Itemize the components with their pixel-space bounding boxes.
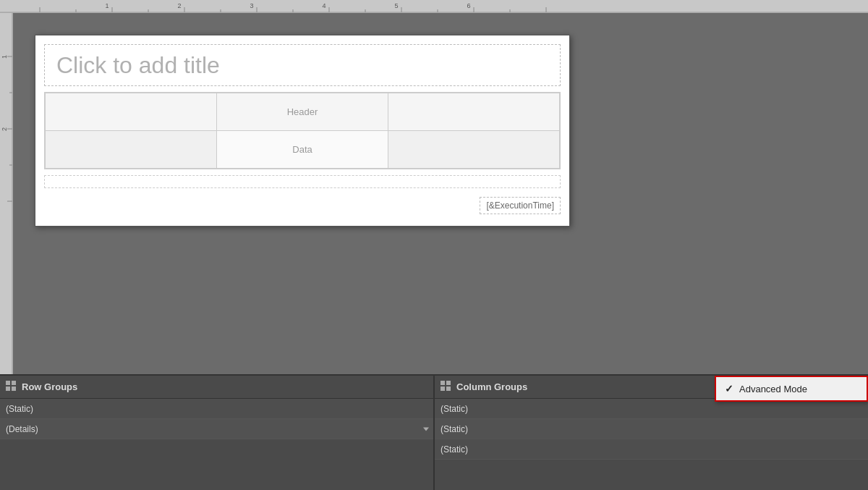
ruler-left: 1 2 (0, 13, 13, 374)
row-groups-section: Row Groups (Static) (Details) (0, 376, 435, 490)
row-groups-grid-icon (6, 381, 16, 393)
report-table: Header Data (45, 93, 560, 169)
body-placeholder (44, 175, 561, 188)
svg-rect-39 (446, 386, 451, 391)
ruler-top-svg: 1 2 3 4 5 6 (0, 0, 868, 13)
svg-text:2: 2 (1, 127, 8, 131)
data-cell-1[interactable] (46, 131, 217, 169)
svg-rect-34 (6, 386, 10, 391)
title-text: Click to add title (56, 52, 220, 79)
column-groups-section: Column Groups ▼ (Static) (Static) (Stati… (435, 376, 868, 490)
svg-rect-36 (441, 381, 445, 385)
report-page: Click to add title Header Data (35, 35, 570, 227)
row-groups-body: (Static) (Details) (0, 399, 433, 490)
svg-text:4: 4 (322, 2, 326, 9)
svg-rect-38 (441, 386, 445, 391)
row-groups-label: Row Groups (22, 381, 77, 392)
svg-text:6: 6 (467, 2, 470, 9)
table-area: Header Data (44, 92, 561, 169)
ruler-left-svg: 1 2 (0, 13, 13, 374)
header-cell-3[interactable] (388, 93, 560, 131)
table-data-row: Data (46, 131, 560, 169)
advanced-mode-item[interactable]: ✓ Advanced Mode (716, 377, 867, 400)
svg-rect-35 (12, 386, 16, 391)
svg-text:3: 3 (250, 2, 253, 9)
svg-text:5: 5 (394, 2, 398, 9)
table-header-row: Header (46, 93, 560, 131)
column-groups-label: Column Groups (456, 381, 527, 392)
col-group-static-1[interactable]: (Static) (435, 399, 868, 419)
svg-rect-33 (12, 381, 16, 385)
svg-text:1: 1 (105, 2, 109, 9)
header-cell-2[interactable]: Header (217, 93, 388, 131)
advanced-mode-dropdown: ✓ Advanced Mode (715, 376, 868, 402)
advanced-mode-checkmark: ✓ (725, 383, 733, 394)
row-group-details[interactable]: (Details) (0, 419, 433, 439)
data-cell-2[interactable]: Data (217, 131, 388, 169)
svg-text:2: 2 (177, 2, 181, 9)
svg-rect-23 (0, 13, 13, 374)
svg-rect-0 (0, 0, 868, 13)
execution-time: [&ExecutionTime] (480, 197, 561, 214)
svg-rect-32 (6, 381, 10, 385)
ruler-top: 1 2 3 4 5 6 (0, 0, 868, 13)
row-group-static[interactable]: (Static) (0, 399, 433, 419)
data-cell-3[interactable] (388, 131, 560, 169)
col-group-static-2[interactable]: (Static) (435, 419, 868, 439)
column-groups-grid-icon (441, 381, 451, 393)
advanced-mode-label: Advanced Mode (739, 384, 807, 394)
bottom-panel: Row Groups (Static) (Details) (0, 374, 868, 490)
design-canvas: Click to add title Header Data (13, 13, 868, 374)
footer-area: [&ExecutionTime] (35, 191, 569, 220)
col-group-static-3[interactable]: (Static) (435, 439, 868, 460)
title-placeholder[interactable]: Click to add title (44, 44, 561, 86)
header-cell-1[interactable] (46, 93, 217, 131)
canvas-area: 1 2 Click to add title Header (0, 13, 868, 374)
column-groups-body: (Static) (Static) (Static) (435, 399, 868, 490)
svg-rect-37 (446, 381, 451, 385)
svg-text:1: 1 (1, 55, 8, 59)
row-groups-header: Row Groups (0, 376, 433, 399)
